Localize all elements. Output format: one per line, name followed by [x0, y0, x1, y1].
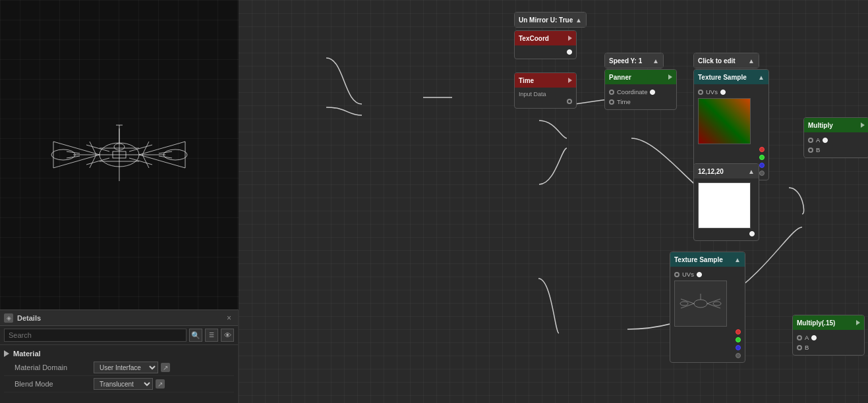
- node-multiply-mid-b: B: [804, 145, 868, 155]
- pin-ts2-uvs-in: [674, 272, 680, 277]
- pin-multiply-15-b-in: [797, 345, 802, 350]
- node-speed-y-expand[interactable]: ▲: [652, 57, 659, 65]
- eye-button[interactable]: 👁: [221, 329, 234, 342]
- svg-line-30: [681, 299, 694, 304]
- node-multiply-mid-arrow: [861, 122, 865, 128]
- node-time-title: Time: [519, 77, 534, 84]
- material-section: Material Material Domain User Interface …: [0, 345, 238, 395]
- node-constant[interactable]: 12,12,20 ▲: [693, 163, 759, 241]
- details-panel: ◈ Details × 🔍 ☰ 👁 Material Material Doma…: [0, 309, 238, 403]
- ship-thumb: [678, 284, 724, 323]
- node-click-to-edit-header: Click to edit ▲: [694, 53, 759, 68]
- node-ts2-r-out: [670, 328, 745, 336]
- details-close-button[interactable]: ×: [224, 312, 234, 324]
- pin-multiply-mid-a-in: [808, 138, 813, 143]
- node-constant-out: [694, 230, 759, 238]
- search-input[interactable]: [4, 329, 187, 342]
- node-time-out: [515, 97, 576, 105]
- node-constant-title: 12,12,20: [698, 168, 724, 175]
- node-ts2-a-out: [670, 352, 745, 360]
- pin-multiply-15-b-label: B: [805, 344, 809, 351]
- node-click-to-edit[interactable]: Click to edit ▲: [693, 53, 759, 68]
- connections-svg: [239, 0, 868, 403]
- node-ts2-b-out: [670, 344, 745, 352]
- node-click-to-edit-expand[interactable]: ▲: [748, 57, 755, 65]
- node-texcoord-header: TexCoord: [515, 31, 576, 45]
- node-speed-y-header: Speed Y: 1 ▲: [605, 53, 663, 68]
- node-unmirror-title: Un Mirror U: True: [519, 16, 573, 24]
- blend-mode-select[interactable]: Translucent Opaque Masked Additive: [94, 378, 153, 390]
- pin-panner-time-label: Time: [617, 98, 631, 105]
- pin-multiply-mid-b-in: [808, 148, 813, 153]
- node-multiply-15-title: Multiply(.15): [797, 319, 835, 327]
- svg-point-35: [713, 302, 721, 306]
- pin-multiply-15-a-label: A: [805, 334, 809, 341]
- node-constant-header: 12,12,20 ▲: [694, 164, 759, 178]
- node-time-header: Time: [515, 73, 576, 88]
- svg-point-8: [163, 149, 187, 160]
- pin-ts2-uvs-label: UVs: [682, 271, 694, 278]
- material-section-label: Material: [13, 350, 41, 358]
- node-panner[interactable]: Panner Coordinate Time: [604, 69, 677, 110]
- search-button[interactable]: 🔍: [189, 329, 202, 342]
- expand-icon: [4, 350, 9, 357]
- pin-panner-time-in: [609, 99, 614, 105]
- viewport: [0, 0, 239, 309]
- pin-ts1-a: [759, 171, 765, 176]
- node-graph[interactable]: Un Mirror U: True ▲ TexCoord Time Input …: [239, 0, 868, 403]
- node-multiply-15-b: B: [793, 342, 864, 352]
- pin-multiply-15-out: [811, 335, 817, 340]
- node-texture-sample-2-title: Texture Sample: [674, 256, 723, 263]
- node-texture-sample-1-expand[interactable]: ▲: [758, 74, 765, 81]
- node-panner-coord: Coordinate: [605, 87, 676, 97]
- pin-multiply-mid-out: [823, 138, 828, 143]
- node-texcoord-arrow: [568, 36, 572, 41]
- node-texcoord-out: [515, 48, 576, 56]
- node-unmirror[interactable]: Un Mirror U: True ▲: [514, 12, 587, 28]
- material-domain-select[interactable]: User Interface Surface Deferred Decal: [94, 362, 158, 373]
- node-panner-time: Time: [605, 97, 676, 107]
- node-ts1-g-out: [694, 153, 768, 161]
- pin-multiply-15-a-in: [797, 335, 802, 340]
- pin-ts1-rgb-out: [720, 90, 726, 95]
- pin-ts1-r: [759, 147, 765, 152]
- pin-ts1-uvs-label: UVs: [706, 88, 718, 95]
- node-speed-y[interactable]: Speed Y: 1 ▲: [604, 53, 664, 68]
- node-texcoord[interactable]: TexCoord: [514, 30, 577, 59]
- node-multiply-15-arrow: [856, 320, 860, 325]
- details-header: ◈ Details ×: [0, 310, 238, 326]
- node-multiply-mid-a: A: [804, 135, 868, 145]
- pin-ts2-a: [736, 353, 741, 358]
- property-value-blend: Translucent Opaque Masked Additive ↗: [94, 378, 165, 390]
- pin-ts1-uvs-in: [698, 90, 703, 95]
- node-multiply-mid-title: Multiply: [808, 122, 833, 129]
- node-texture-sample-2[interactable]: Texture Sample ▲ UVs: [670, 252, 745, 363]
- blend-mode-arrow[interactable]: ↗: [156, 379, 165, 389]
- node-texture-sample-1-title: Texture Sample: [698, 74, 747, 81]
- property-value-domain: User Interface Surface Deferred Decal ↗: [94, 362, 170, 373]
- node-constant-expand[interactable]: ▲: [748, 168, 755, 175]
- pin-multiply-mid-a-label: A: [816, 136, 820, 144]
- node-texture-sample-1-header: Texture Sample ▲: [694, 70, 768, 84]
- node-time[interactable]: Time Input Data: [514, 72, 577, 109]
- node-unmirror-expand[interactable]: ▲: [575, 16, 582, 24]
- property-label-domain: Material Domain: [14, 363, 94, 371]
- node-multiply-15-a: A: [793, 333, 864, 342]
- list-view-button[interactable]: ☰: [205, 329, 218, 342]
- node-ts1-r-out: [694, 146, 768, 153]
- node-texture-sample-2-expand[interactable]: ▲: [734, 256, 741, 263]
- left-panel: ◈ Details × 🔍 ☰ 👁 Material Material Doma…: [0, 0, 239, 403]
- node-multiply-15-header: Multiply(.15): [793, 315, 864, 330]
- pin-multiply-mid-b-label: B: [816, 146, 820, 153]
- ship-wireframe: [34, 69, 205, 240]
- node-speed-y-title: Speed Y: 1: [609, 57, 642, 65]
- pin-ts2-rgb-out: [697, 272, 702, 277]
- node-texcoord-title: TexCoord: [519, 35, 549, 42]
- texture-preview-ship: [674, 281, 727, 327]
- node-multiply-15[interactable]: Multiply(.15) A B: [792, 315, 865, 356]
- material-domain-arrow[interactable]: ↗: [161, 363, 170, 372]
- pin-ts1-b: [759, 163, 765, 168]
- svg-line-32: [707, 299, 720, 304]
- node-multiply-mid[interactable]: Multiply A B: [803, 117, 868, 158]
- pin-ts2-b: [736, 345, 741, 350]
